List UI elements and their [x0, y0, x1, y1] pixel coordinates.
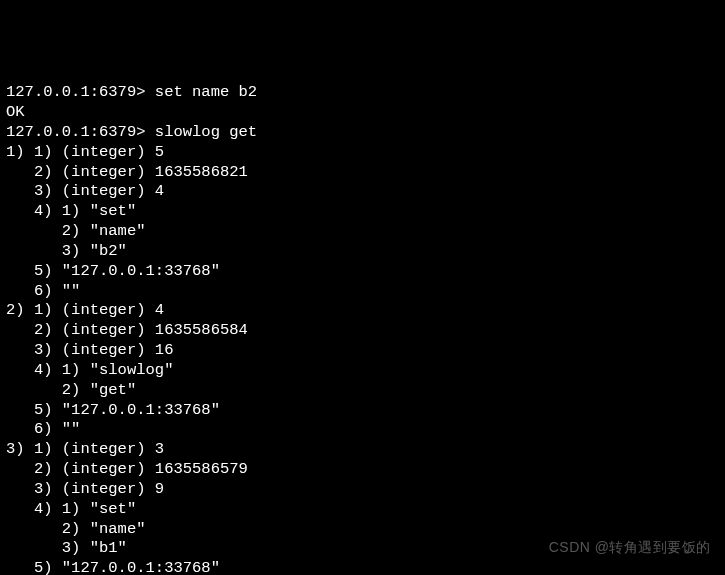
terminal-output: 127.0.0.1:6379> set name b2 OK 127.0.0.1… [6, 83, 719, 575]
watermark: CSDN @转角遇到要饭的 [549, 539, 711, 557]
